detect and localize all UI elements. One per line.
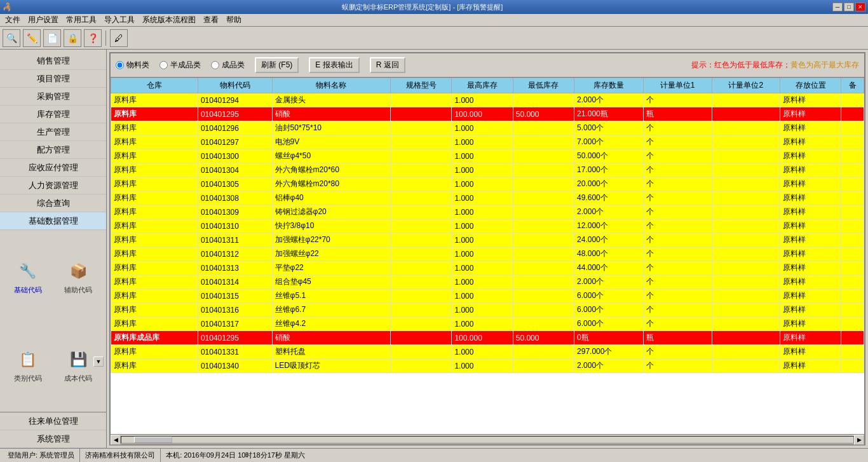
table-cell: 外六角螺栓m20*60 <box>272 163 391 177</box>
table-row[interactable]: 原料库成品库010401295硝酸100.00050.0000瓶瓶原料样 <box>111 331 864 345</box>
sidebar-item-query[interactable]: 综合查询 <box>0 194 106 212</box>
table-cell: 010401316 <box>198 303 272 317</box>
maximize-button[interactable]: □ <box>844 3 854 11</box>
hscroll-bar[interactable]: ◀ ▶ <box>111 434 864 444</box>
table-row[interactable]: 原料库010401310快拧3/8φ101.00012.000个个原料样 <box>111 219 864 233</box>
toolbar-separator <box>105 31 106 46</box>
sidebar-item-hr[interactable]: 人力资源管理 <box>0 177 106 194</box>
table-row[interactable]: 原料库010401308铝棒φ401.00049.600个个原料样 <box>111 191 864 205</box>
sidebar-item-basic-data[interactable]: 基础数据管理 <box>0 212 106 230</box>
refresh-button[interactable]: 刷新 (F5) <box>255 57 299 73</box>
status-datetime: 本机: 2016年09月24日 10时18分17秒 星期六 <box>161 449 865 462</box>
table-cell <box>513 275 574 289</box>
radio-material[interactable]: 物料类 <box>116 60 149 71</box>
sidebar-icon-category-code[interactable]: 📋 类别代码 <box>4 322 52 408</box>
toolbar-btn-3[interactable]: 📄 <box>43 29 61 47</box>
table-cell <box>391 121 452 135</box>
hscroll-thumb[interactable] <box>134 437 172 443</box>
close-button[interactable]: ✕ <box>855 3 865 11</box>
table-row[interactable]: 原料库010401300螺丝φ4*501.00050.000个个原料样 <box>111 149 864 163</box>
table-row[interactable]: 原料库010401315丝锥φ5.11.0006.000个个原料样 <box>111 289 864 303</box>
table-row[interactable]: 原料库010401296油封50*75*101.0005.000个个原料样 <box>111 121 864 135</box>
table-cell <box>391 135 452 149</box>
table-row[interactable]: 原料库010401309铸钢过滤器φ201.0002.000个个原料样 <box>111 205 864 219</box>
sidebar-icon-basic-code[interactable]: 🔧 基础代码 <box>4 234 52 320</box>
export-button[interactable]: E 报表输出 <box>309 57 359 73</box>
table-cell <box>391 107 452 121</box>
table-cell: 6.000个 <box>574 317 644 331</box>
menu-help[interactable]: 帮助 <box>222 14 245 26</box>
table-row[interactable]: 原料库010401331塑料托盘1.000297.000个个原料样 <box>111 345 864 359</box>
table-cell <box>513 177 574 191</box>
table-cell: 原料样 <box>780 93 841 107</box>
radio-product[interactable]: 成品类 <box>211 60 245 71</box>
table-cell: 原料样 <box>780 289 841 303</box>
table-row[interactable]: 原料库010401314组合垫φ451.0002.000个个原料样 <box>111 275 864 289</box>
table-cell <box>391 261 452 275</box>
radio-product-input[interactable] <box>211 61 219 69</box>
category-code-icon: 📋 <box>15 347 41 372</box>
table-row[interactable]: 原料库010401317丝锥φ4.21.0006.000个个原料样 <box>111 317 864 331</box>
table-cell: 1.000 <box>452 233 513 247</box>
minimize-button[interactable]: ─ <box>832 3 843 11</box>
table-cell: 49.600个 <box>574 191 644 205</box>
menu-flowchart[interactable]: 系统版本流程图 <box>139 14 200 26</box>
sidebar-item-production[interactable]: 生产管理 <box>0 123 106 141</box>
table-container[interactable]: 仓库 物料代码 物料名称 规格型号 最高库存 最低库存 库存数量 计量单位1 计… <box>111 78 864 434</box>
cost-code-label: 成本代码 <box>64 374 92 383</box>
toolbar-btn-4[interactable]: 🔒 <box>64 29 81 47</box>
table-cell: 个 <box>643 261 712 275</box>
radio-material-input[interactable] <box>116 61 124 69</box>
radio-semi-input[interactable] <box>159 61 168 69</box>
sidebar-scroll-down[interactable]: ▼ <box>93 357 104 367</box>
table-cell <box>712 163 780 177</box>
radio-semi[interactable]: 半成品类 <box>159 60 201 71</box>
menu-file[interactable]: 文件 <box>1 14 24 26</box>
toolbar-btn-5[interactable]: ❓ <box>84 29 102 47</box>
table-cell: 原料样 <box>780 275 841 289</box>
table-row[interactable]: 原料库010401297电池9V1.0007.000个个原料样 <box>111 135 864 149</box>
sidebar-item-receivable[interactable]: 应收应付管理 <box>0 159 106 177</box>
sidebar-icon-aux-code[interactable]: 📦 辅助代码 <box>55 234 103 320</box>
menu-user-settings[interactable]: 用户设置 <box>24 14 62 26</box>
table-row[interactable]: 原料库010401294金属接头1.0002.000个个原料样 <box>111 93 864 107</box>
toolbar-btn-1[interactable]: 🔍 <box>3 29 20 47</box>
sidebar-item-project[interactable]: 项目管理 <box>0 70 106 88</box>
toolbar-btn-2[interactable]: ✏️ <box>23 29 41 47</box>
table-row[interactable]: 原料库010401295硝酸100.00050.00021.000瓶瓶原料样 <box>111 107 864 121</box>
sidebar-item-system[interactable]: 系统管理 <box>0 430 106 448</box>
table-cell: 12.000个 <box>574 219 644 233</box>
hscroll-left-btn[interactable]: ◀ <box>111 435 121 445</box>
table-row[interactable]: 原料库010401316丝锥φ6.71.0006.000个个原料样 <box>111 303 864 317</box>
table-cell: 010401312 <box>198 247 272 261</box>
table-row[interactable]: 原料库010401311加强螺柱φ22*701.00024.000个个原料样 <box>111 233 864 247</box>
table-cell: 个 <box>643 121 712 135</box>
table-row[interactable]: 原料库010401304外六角螺栓m20*601.00017.000个个原料样 <box>111 163 864 177</box>
table-cell: 个 <box>643 205 712 219</box>
return-button[interactable]: R 返回 <box>370 57 405 73</box>
table-row[interactable]: 原料库010401312加强螺丝φ221.00048.000个个原料样 <box>111 247 864 261</box>
table-cell: 原料样 <box>780 303 841 317</box>
sidebar-item-formula[interactable]: 配方管理 <box>0 141 106 159</box>
table-cell <box>712 289 780 303</box>
col-name: 物料名称 <box>272 78 391 93</box>
sidebar-item-partners[interactable]: 往来单位管理 <box>0 412 106 430</box>
sidebar-item-sales[interactable]: 销售管理 <box>0 52 106 70</box>
hscroll-track[interactable] <box>121 436 854 444</box>
table-row[interactable]: 原料库010401305外六角螺栓m20*801.00020.000个个原料样 <box>111 177 864 191</box>
hscroll-right-btn[interactable]: ▶ <box>854 435 864 445</box>
menu-import-tools[interactable]: 导入工具 <box>100 14 139 26</box>
table-row[interactable]: 原料库010401313平垫φ221.00044.000个个原料样 <box>111 261 864 275</box>
table-cell: 原料库 <box>111 359 198 373</box>
toolbar-btn-6[interactable]: 🖊 <box>110 29 128 47</box>
menu-view[interactable]: 查看 <box>200 14 222 26</box>
table-cell <box>712 359 780 373</box>
table-row[interactable]: 原料库010401340LED吸顶灯芯1.0002.000个个原料样 <box>111 359 864 373</box>
sidebar-item-inventory[interactable]: 库存管理 <box>0 105 106 123</box>
table-cell: 原料样 <box>780 317 841 331</box>
aux-code-icon: 📦 <box>65 259 91 284</box>
sidebar-item-purchase[interactable]: 采购管理 <box>0 88 106 105</box>
menu-common-tools[interactable]: 常用工具 <box>62 14 100 26</box>
status-company-text: 济南精准科技有限公司 <box>85 451 155 460</box>
col-location: 存放位置 <box>780 78 841 93</box>
